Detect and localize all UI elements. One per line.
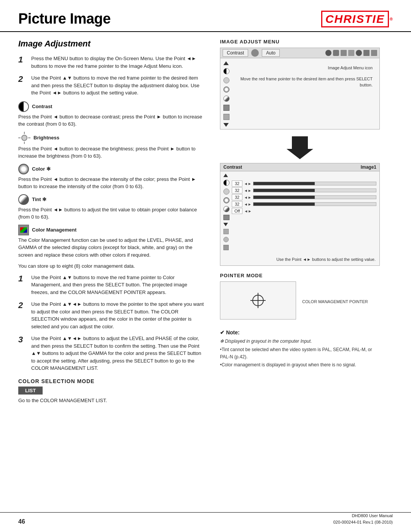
pointer-annotation: COLOR MANAGEMENT POINTER — [302, 299, 368, 305]
brightness-label: Brightness — [33, 135, 59, 141]
adj-bar-fill-2 — [253, 189, 315, 192]
menu-toolbar: Contrast Auto — [220, 48, 379, 58]
contrast-menu-icon — [223, 68, 229, 74]
adjust-toolbar-image1: Image1 — [361, 165, 376, 170]
adj-tint-icon — [223, 206, 229, 212]
color-management-desc2: You can store up to eight (8) color mana… — [18, 262, 205, 270]
color-management-label: Color Management — [32, 227, 76, 233]
toolbar-icon-2 — [333, 50, 339, 56]
section-heading: Image Adjustment — [18, 39, 205, 49]
contrast-toolbar-item: Contrast — [223, 49, 248, 57]
toolbar-icon-3 — [341, 50, 347, 56]
adj-row-2: 32 ◄► — [232, 187, 376, 193]
page-number: 46 — [18, 518, 25, 525]
toolbar-icon-6 — [363, 50, 370, 56]
colormgmt-menu-icon — [223, 105, 229, 111]
step-1-number: 1 — [18, 55, 27, 70]
adjust-left-icons — [223, 174, 229, 252]
adj-arrow-1: ◄► — [244, 182, 252, 186]
page-title: Picture Image — [18, 11, 111, 27]
adjust-body: 32 ◄► 32 ◄► 32 ◄► — [220, 171, 379, 254]
step-2-number: 2 — [18, 74, 27, 97]
adj-rows: 32 ◄► 32 ◄► 32 ◄► — [232, 174, 376, 252]
right-column: IMAGE ADJUST MENU Contrast Auto — [216, 39, 380, 404]
left-column: Image Adjustment 1 Press the MENU button… — [18, 39, 216, 404]
color-management-section: Color Management The Color Management fu… — [18, 225, 205, 270]
contrast-section: Contrast Press the Point ◄ button to dec… — [18, 101, 205, 128]
main-content: Image Adjustment 1 Press the MENU button… — [0, 39, 411, 404]
adj-row-3: 32 ◄► — [232, 194, 376, 200]
brightness-section: Brightness Press the Point ◄ button to d… — [18, 132, 205, 160]
right-inner: IMAGE ADJUST MENU Contrast Auto — [220, 39, 380, 369]
adjust-dialog: Contrast Image1 — [220, 163, 380, 266]
toolbar-icon-1 — [325, 50, 331, 56]
step-1-text: Press the MENU button to display the On-… — [31, 55, 205, 70]
adj-value-2: 32 — [232, 187, 242, 193]
tint-section: Tint ✻ Press the Point ◄► buttons to adj… — [18, 194, 205, 221]
adj-value-4: 32 — [232, 201, 242, 207]
note-1: ✻ Displayed in grayout in the computer I… — [220, 338, 380, 345]
adjust-toolbar: Contrast Image1 — [220, 163, 379, 171]
pointer-mode-content: COLOR MANAGEMENT POINTER — [220, 281, 380, 322]
adj-bar-2 — [253, 189, 376, 192]
color-mgmt-step-2-text: Use the Point ▲▼◄► buttons to move the p… — [31, 300, 205, 330]
color-management-icon — [18, 225, 29, 235]
contrast-icon — [18, 101, 29, 112]
point-buttons-annotation: Use the Point ◄► buttons to adjust the s… — [220, 254, 379, 265]
adj-row-5: Off ◄► — [232, 208, 376, 214]
color-section: Color ✻ Press the Point ◄ button to decr… — [18, 164, 205, 190]
note-section: ✔ Note: ✻ Displayed in grayout in the co… — [220, 329, 380, 369]
color-management-row: Color Management — [18, 225, 205, 235]
color-mgmt-step-3-number: 3 — [18, 335, 27, 372]
step-2-text: Use the Point ▲▼ buttons to move the red… — [31, 74, 205, 97]
adj-up-arrow — [223, 174, 228, 177]
adj-value-1: 32 — [232, 181, 242, 187]
pointer-graphic — [220, 281, 296, 320]
adj-bar-4 — [253, 202, 376, 206]
adj-extra-icon-1 — [223, 229, 229, 234]
adj-extra-icon-2 — [223, 237, 229, 242]
adj-brightness-icon — [223, 189, 229, 195]
image-adjust-menu-icon-label: Image Adjust Menu icon — [328, 65, 373, 71]
color-management-icon-inner — [20, 227, 27, 233]
color-row: Color ✻ — [18, 164, 205, 174]
doc-title: DHD800 User Manual — [333, 513, 393, 519]
color-mgmt-step-3: 3 Use the Point ▲▼◄► buttons to adjust t… — [18, 335, 205, 372]
color-mgmt-step-1: 1 Use the Point ▲▼ buttons to move the r… — [18, 274, 205, 296]
note-title: ✔ Note: — [220, 329, 380, 335]
menu-left-icons — [223, 61, 229, 127]
color-mgmt-step-2-number: 2 — [18, 300, 27, 330]
brand-registered: ® — [390, 17, 393, 21]
toolbar-icon-4 — [348, 50, 354, 56]
adj-value-5: Off — [232, 208, 242, 214]
menu-icon-1 — [251, 49, 259, 57]
adj-row-4: 32 ◄► — [232, 201, 376, 207]
adj-bar-1 — [253, 182, 376, 185]
brightness-desc: Press the Point ◄ button to decrease the… — [18, 145, 205, 160]
pointer-crosshair — [250, 293, 266, 308]
color-selection-section: COLOR SELECTION MODE LIST Go to the COLO… — [18, 378, 205, 404]
color-desc: Press the Point ◄ button to decrease the… — [18, 176, 205, 190]
page-header: Picture Image CHRISTIE ® — [0, 0, 411, 32]
note-3: •Color management is displayed in grayou… — [220, 361, 380, 369]
doc-number: 020-000244-01 Rev.1 (08-2010) — [333, 519, 393, 526]
note-2: •Tint cannot be selected when the video … — [220, 346, 380, 361]
contrast-row: Contrast — [18, 101, 205, 112]
color-mgmt-step-1-text: Use the Point ▲▼ buttons to move the red… — [31, 274, 205, 296]
down-arrow-icon — [223, 123, 229, 127]
brightness-icon — [18, 132, 30, 144]
color-management-desc1: The Color Management function can be use… — [18, 236, 205, 259]
tint-menu-icon — [223, 96, 229, 102]
brightness-menu-icon — [223, 77, 229, 83]
adj-bar-3 — [253, 195, 376, 199]
pointer-mode-title: POINTER MODE — [220, 273, 380, 278]
tint-label: Tint ✻ — [32, 197, 46, 202]
adj-down-arrow — [223, 223, 228, 226]
list-button[interactable]: LIST — [18, 387, 43, 395]
step-1: 1 Press the MENU button to display the O… — [18, 55, 205, 70]
adjust-toolbar-contrast: Contrast — [223, 165, 242, 170]
page-footer: 46 DHD800 User Manual 020-000244-01 Rev.… — [0, 512, 411, 525]
color-mgmt-step-1-number: 1 — [18, 274, 27, 296]
image-adjust-menu-title: IMAGE ADJUST MENU — [220, 39, 380, 45]
footer-doc-info: DHD800 User Manual 020-000244-01 Rev.1 (… — [333, 513, 393, 525]
